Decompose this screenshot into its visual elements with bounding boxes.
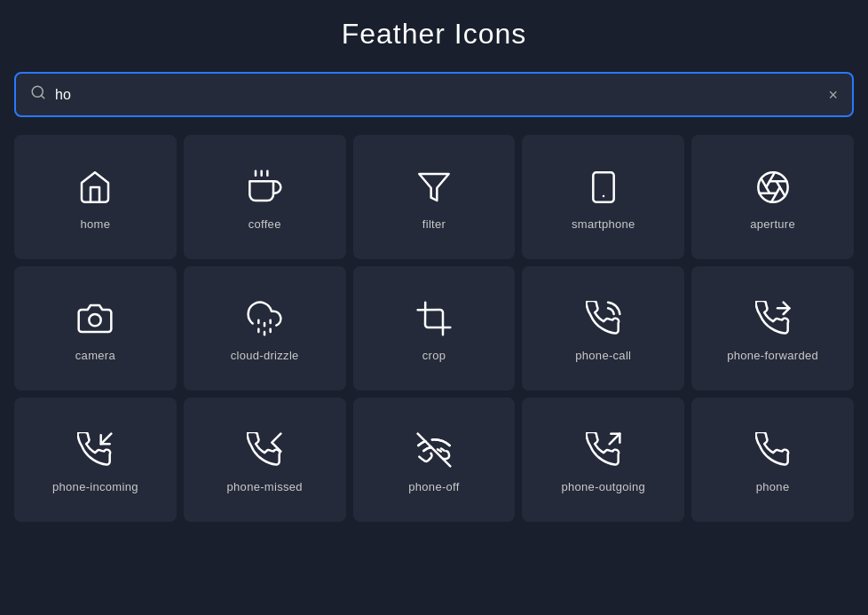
icon-card-coffee[interactable]: coffee xyxy=(184,135,346,259)
icon-label-aperture: aperture xyxy=(750,217,795,231)
icon-card-smartphone[interactable]: smartphone xyxy=(522,135,684,259)
clear-button[interactable]: × xyxy=(828,87,838,103)
filter-icon xyxy=(416,170,452,205)
icon-card-camera[interactable]: camera xyxy=(14,266,177,390)
svg-line-14 xyxy=(771,187,780,202)
coffee-icon xyxy=(247,170,282,205)
smartphone-icon xyxy=(586,170,621,205)
svg-line-12 xyxy=(761,178,769,193)
search-bar: × xyxy=(14,72,854,117)
icon-label-phone: phone xyxy=(756,480,790,493)
icon-label-camera: camera xyxy=(75,349,115,362)
phone-call-icon xyxy=(586,301,621,336)
icon-card-filter[interactable]: filter xyxy=(353,135,516,259)
phone-missed-icon xyxy=(247,432,282,468)
icon-label-filter: filter xyxy=(422,217,446,231)
icon-label-crop: crop xyxy=(422,349,446,362)
phone-outgoing-icon xyxy=(586,432,621,468)
icons-grid: home coffee filter s xyxy=(14,135,854,522)
phone-icon xyxy=(755,432,791,468)
crop-icon xyxy=(416,301,452,336)
icon-card-phone-outgoing[interactable]: phone-outgoing xyxy=(522,398,684,522)
phone-forwarded-icon xyxy=(755,301,791,336)
icon-label-smartphone: smartphone xyxy=(572,217,635,231)
phone-off-icon xyxy=(416,432,452,468)
icon-card-phone-off[interactable]: phone-off xyxy=(353,398,516,522)
search-input[interactable] xyxy=(55,87,819,103)
icon-label-phone-call: phone-call xyxy=(575,349,631,362)
svg-line-25 xyxy=(609,433,619,444)
icon-card-phone-forwarded[interactable]: phone-forwarded xyxy=(691,266,854,390)
icon-label-phone-forwarded: phone-forwarded xyxy=(727,349,818,362)
phone-incoming-icon xyxy=(77,432,113,468)
svg-point-15 xyxy=(90,314,101,326)
icon-label-home: home xyxy=(81,217,111,231)
svg-line-1 xyxy=(41,95,43,98)
icon-card-cloud-drizzle[interactable]: cloud-drizzle xyxy=(184,266,346,390)
icon-label-cloud-drizzle: cloud-drizzle xyxy=(231,349,299,362)
camera-icon xyxy=(77,301,113,336)
svg-line-23 xyxy=(101,433,112,444)
svg-marker-5 xyxy=(419,174,448,201)
app-container: Feather Icons × home xyxy=(0,0,868,540)
icon-card-phone-call[interactable]: phone-call xyxy=(522,266,684,390)
svg-line-9 xyxy=(776,181,785,196)
icon-label-coffee: coffee xyxy=(249,217,281,231)
icon-label-phone-incoming: phone-incoming xyxy=(52,480,138,493)
search-icon xyxy=(30,84,46,105)
icon-card-phone-missed[interactable]: phone-missed xyxy=(184,398,346,522)
icon-card-crop[interactable]: crop xyxy=(353,266,516,390)
svg-line-11 xyxy=(766,172,775,187)
icon-label-phone-missed: phone-missed xyxy=(227,480,303,493)
aperture-icon xyxy=(755,170,791,205)
home-icon xyxy=(77,170,113,205)
icon-card-phone[interactable]: phone xyxy=(691,398,854,522)
icon-label-phone-outgoing: phone-outgoing xyxy=(562,480,646,493)
icon-card-phone-incoming[interactable]: phone-incoming xyxy=(14,398,177,522)
icon-label-phone-off: phone-off xyxy=(408,480,459,493)
icon-card-aperture[interactable]: aperture xyxy=(691,135,854,259)
app-title: Feather Icons xyxy=(14,18,854,51)
svg-rect-6 xyxy=(593,172,613,201)
cloud-drizzle-icon xyxy=(247,301,282,336)
icon-card-home[interactable]: home xyxy=(14,135,177,259)
